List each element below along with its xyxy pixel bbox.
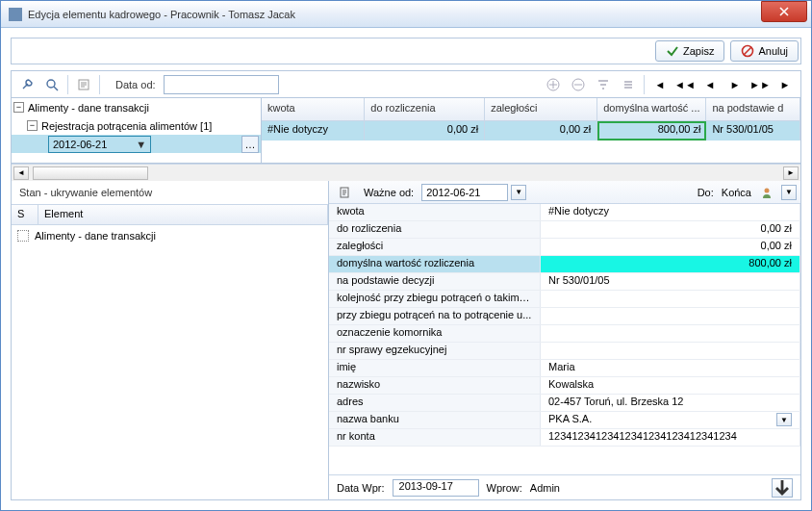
- col-kwota[interactable]: kwota: [262, 98, 365, 121]
- cell-domyslna[interactable]: 800,00 zł: [597, 121, 706, 141]
- detail-row[interactable]: nr konta12341234123412341234123412341234: [329, 429, 800, 447]
- col-domyslna[interactable]: domyślna wartość ...: [597, 98, 706, 121]
- detail-value[interactable]: 02-457 Toruń, ul. Brzeska 12: [541, 395, 800, 411]
- checkbox-icon[interactable]: [17, 230, 29, 242]
- detail-value[interactable]: Maria: [541, 360, 800, 376]
- cell-do-rozl[interactable]: 0,00 zł: [365, 121, 485, 141]
- detail-row[interactable]: nazwa bankuPKA S.A.▼: [329, 412, 800, 429]
- chevron-down-icon[interactable]: ▼: [776, 413, 792, 426]
- person-button[interactable]: [755, 182, 778, 203]
- entry-date-field[interactable]: 2013-09-17: [393, 479, 479, 497]
- detail-row[interactable]: kwota#Nie dotyczy: [329, 204, 800, 221]
- nav-fast-fwd[interactable]: ►►: [749, 74, 772, 95]
- cell-zaleg[interactable]: 0,00 zł: [485, 121, 597, 141]
- nav-last[interactable]: ►: [774, 74, 797, 95]
- tree-child[interactable]: − Rejestracja potrącenia alimentów [1]: [12, 116, 261, 135]
- table-row[interactable]: #Nie dotyczy 0,00 zł 0,00 zł 800,00 zł N…: [262, 121, 800, 141]
- detail-row[interactable]: nazwiskoKowalska: [329, 377, 800, 395]
- plus-circle-icon: [546, 78, 560, 91]
- scroll-right[interactable]: ►: [783, 166, 799, 180]
- detail-value[interactable]: 0,00 zł: [541, 221, 800, 238]
- detail-label: kolejność przy zbiegu potrąceń o takim s…: [329, 291, 541, 307]
- wrench-icon: [20, 78, 34, 91]
- col-zaleglosci[interactable]: zaległości: [485, 98, 597, 121]
- detail-value[interactable]: 800,00 zł: [541, 256, 800, 272]
- add-button[interactable]: [542, 74, 565, 95]
- h-scrollbar[interactable]: ◄ ►: [12, 164, 800, 181]
- detail-value[interactable]: [541, 343, 800, 359]
- detail-value[interactable]: [541, 308, 800, 324]
- detail-value[interactable]: [541, 325, 800, 342]
- entry-date-label: Data Wpr:: [337, 482, 385, 494]
- cancel-button[interactable]: Anuluj: [730, 40, 799, 62]
- chevron-down-icon[interactable]: ▼: [511, 185, 526, 200]
- search-button[interactable]: [40, 74, 63, 95]
- tree-date: 2012-06-21: [53, 139, 107, 150]
- tree-date-row[interactable]: 2012-06-21 ▼ …: [12, 135, 261, 153]
- nav-prev[interactable]: ◄: [698, 74, 722, 95]
- filter-button[interactable]: [592, 74, 615, 95]
- detail-row[interactable]: zaległości0,00 zł: [329, 239, 800, 256]
- detail-row[interactable]: oznaczenie komornika: [329, 325, 800, 343]
- ellipsis-button[interactable]: …: [241, 136, 259, 153]
- list-button[interactable]: [617, 74, 640, 95]
- detail-value[interactable]: #Nie dotyczy: [541, 204, 800, 220]
- detail-value[interactable]: 0,00 zł: [541, 239, 800, 255]
- remove-button[interactable]: [567, 74, 590, 95]
- detail-value[interactable]: Kowalska: [541, 377, 800, 394]
- detail-row[interactable]: nr sprawy egzekucyjnej: [329, 343, 800, 360]
- cancel-icon: [741, 44, 754, 58]
- toolbar: Data od: ◄ ◄◄ ◄ ► ►► ►: [12, 71, 800, 98]
- detail-row[interactable]: domyślna wartość rozliczenia800,00 zł: [329, 256, 800, 273]
- state-col-s[interactable]: S: [12, 205, 38, 224]
- detail-row[interactable]: imięMaria: [329, 360, 800, 377]
- form-button[interactable]: [72, 74, 95, 95]
- to-value: Końca: [722, 187, 751, 198]
- detail-row[interactable]: kolejność przy zbiegu potrąceń o takim s…: [329, 291, 800, 308]
- date-from-input[interactable]: [164, 75, 279, 94]
- detail-label: domyślna wartość rozliczenia: [329, 256, 541, 272]
- chevron-down-icon[interactable]: ▼: [781, 185, 797, 200]
- scroll-left[interactable]: ◄: [13, 166, 29, 180]
- collapse-icon[interactable]: −: [13, 102, 24, 113]
- entered-by-label: Wprow:: [487, 482, 522, 494]
- detail-row[interactable]: na podstawie decyzjiNr 530/01/05: [329, 273, 800, 291]
- scroll-thumb[interactable]: [33, 166, 148, 180]
- detail-grid: kwota#Nie dotyczydo rozliczenia0,00 złza…: [329, 204, 800, 474]
- cell-podstawa[interactable]: Nr 530/01/05: [706, 121, 800, 141]
- chevron-down-icon[interactable]: ▼: [136, 139, 146, 150]
- cell-kwota[interactable]: #Nie dotyczy: [262, 121, 365, 141]
- minus-circle-icon: [571, 78, 585, 91]
- detail-row[interactable]: do rozliczenia0,00 zł: [329, 221, 800, 239]
- detail-label: na podstawie decyzji: [329, 273, 541, 290]
- save-button[interactable]: Zapisz: [655, 40, 724, 62]
- detail-value[interactable]: 12341234123412341234123412341234: [541, 429, 800, 446]
- detail-label: przy zbiegu potrąceń na to potrącenie u.…: [329, 308, 541, 324]
- detail-value[interactable]: PKA S.A.▼: [541, 412, 800, 428]
- detail-row[interactable]: przy zbiegu potrąceń na to potrącenie u.…: [329, 308, 800, 325]
- valid-from-field[interactable]: 2012-06-21: [421, 184, 508, 201]
- page-button[interactable]: [333, 182, 356, 203]
- main-panel: Data od: ◄ ◄◄ ◄ ► ►► ► − Alime: [11, 70, 801, 500]
- nav-next[interactable]: ►: [723, 74, 747, 95]
- state-col-element[interactable]: Element: [38, 205, 328, 224]
- tree-child-label: Rejestracja potrącenia alimentów [1]: [41, 120, 212, 132]
- app-icon: [9, 8, 22, 21]
- action-bar: Zapisz Anuluj: [11, 38, 801, 64]
- nav-fast-back[interactable]: ◄◄: [673, 74, 697, 95]
- down-button[interactable]: [772, 478, 793, 498]
- detail-value[interactable]: Nr 530/01/05: [541, 273, 800, 290]
- save-label: Zapisz: [683, 45, 714, 57]
- list-item[interactable]: Alimenty - dane transakcji: [12, 225, 328, 246]
- col-do-rozliczenia[interactable]: do rozliczenia: [365, 98, 485, 121]
- settings-button[interactable]: [15, 74, 38, 95]
- nav-first[interactable]: ◄: [648, 74, 672, 95]
- tree-root[interactable]: − Alimenty - dane transakcji: [12, 98, 261, 116]
- col-na-podstawie[interactable]: na podstawie d: [706, 98, 800, 121]
- collapse-icon[interactable]: −: [27, 120, 38, 131]
- close-button[interactable]: [761, 1, 807, 22]
- detail-value[interactable]: [541, 291, 800, 307]
- detail-label: nr sprawy egzekucyjnej: [329, 343, 541, 359]
- svg-point-1: [47, 80, 55, 88]
- detail-row[interactable]: adres02-457 Toruń, ul. Brzeska 12: [329, 395, 800, 412]
